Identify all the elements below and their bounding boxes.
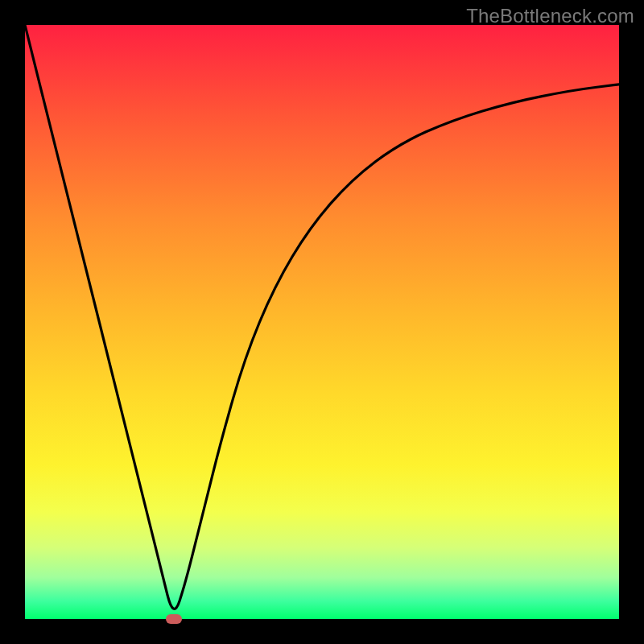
plot-area [25, 25, 619, 619]
bottleneck-point-marker [166, 614, 182, 624]
chart-frame: TheBottleneck.com [0, 0, 644, 644]
watermark-label: TheBottleneck.com [466, 5, 634, 27]
bottleneck-curve [25, 25, 619, 619]
